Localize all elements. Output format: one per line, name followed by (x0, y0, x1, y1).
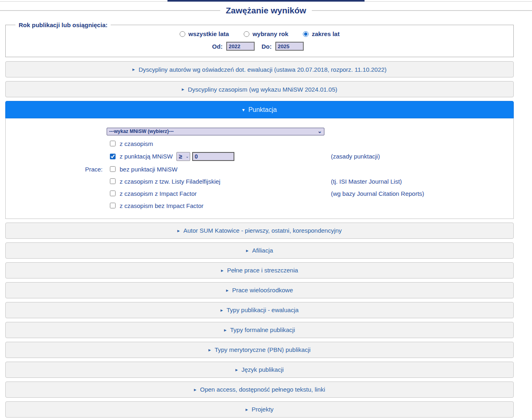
accordion-typy-publikacji-ewaluacja[interactable]: ▸ Typy publikacji - ewaluacja (5, 302, 514, 318)
punktacja-row: Prace: bez punktacji MNiSW (6, 165, 513, 173)
punktacja-row: z czasopism z Impact Factor (wg bazy Jou… (6, 190, 513, 197)
checkbox-label[interactable]: z punktacją MNiSW (120, 153, 173, 160)
page-title-row: Zawężanie wyników (0, 6, 532, 15)
punktacja-panel: ---wykaz MNiSW (wybierz)--- ⌄ z czasopis… (5, 118, 514, 219)
triangle-right-icon: ▸ (221, 268, 223, 273)
triangle-right-icon: ▸ (182, 87, 184, 92)
points-operator-select[interactable]: ≥ (176, 152, 190, 161)
checkbox-label[interactable]: z czasopism bez Impact Factor (120, 202, 204, 209)
radio-year-range-label: zakres lat (312, 30, 339, 37)
title-rule-right (312, 10, 532, 11)
triangle-right-icon: ▸ (177, 228, 180, 233)
page-title: Zawężanie wyników (226, 6, 306, 15)
row-content: bez punktacji MNiSW (107, 166, 331, 173)
triangle-right-icon: ▸ (208, 347, 211, 352)
year-to-label: Do: (262, 43, 272, 50)
radio-all-years-label: wszystkie lata (189, 30, 229, 37)
radio-all-years-input[interactable] (180, 31, 185, 37)
accordion-label: Język publikacji (241, 366, 283, 373)
accordion-autor-sum[interactable]: ▸ Autor SUM Katowice - pierwszy, ostatni… (5, 223, 514, 239)
year-filter-legend: Rok publikacji lub osiągnięcia: (15, 21, 111, 28)
checkbox-bez-punktacji-mnisw[interactable] (110, 166, 116, 172)
accordion-label: Afiliacja (252, 247, 273, 254)
triangle-right-icon: ▸ (221, 308, 223, 313)
row-content: z czasopism z Impact Factor (107, 190, 331, 197)
row-note: (tj. ISI Master Journal List) (331, 178, 402, 185)
accordion-label: Dyscypliny czasopism (wg wykazu MNiSW 20… (188, 86, 337, 93)
radio-year-range[interactable]: zakres lat (303, 30, 339, 37)
accordion-projekty[interactable]: ▸ Projekty (5, 401, 514, 418)
radio-selected-year-input[interactable] (244, 31, 249, 37)
checkbox-z-punktacja-mnisw[interactable] (110, 154, 116, 159)
radio-all-years[interactable]: wszystkie lata (180, 30, 229, 37)
year-from-input[interactable] (226, 42, 255, 51)
checkbox-z-czasopism[interactable] (110, 141, 116, 146)
accordion-label: Prace wieloośrodkowe (232, 287, 293, 294)
checkbox-z-impact-factor[interactable] (110, 191, 116, 196)
accordion-punktacja[interactable]: ▾ Punktacja (5, 101, 514, 118)
triangle-right-icon: ▸ (226, 288, 228, 293)
accordion-label: Typy formalne publikacji (230, 326, 295, 333)
accordion-label: Dyscypliny autorów wg oświadczeń dot. ew… (139, 66, 387, 73)
accordion-label: Pełne prace i streszczenia (227, 267, 298, 274)
row-content: z czasopism (107, 140, 331, 147)
accordion-disciplines-journals[interactable]: ▸ Dyscypliny czasopism (wg wykazu MNiSW … (5, 81, 514, 97)
title-rule-left (0, 10, 220, 11)
points-rules-link[interactable]: (zasady punktacji) (331, 153, 380, 160)
checkbox-label[interactable]: bez punktacji MNiSW (120, 166, 178, 173)
accordion-jezyk-publikacji[interactable]: ▸ Język publikacji (5, 362, 514, 378)
accordion-prace-wieloosrodkowe[interactable]: ▸ Prace wieloośrodkowe (5, 282, 514, 298)
accordion-label: Typy merytoryczne (PBN) publikacji (215, 346, 311, 353)
radio-selected-year[interactable]: wybrany rok (244, 30, 288, 37)
accordion-label: Typy publikacji - ewaluacja (227, 306, 299, 313)
checkbox-bez-impact-factor[interactable] (110, 203, 116, 208)
triangle-right-icon: ▸ (246, 248, 249, 253)
prace-label: Prace: (6, 166, 107, 173)
accordion-typy-merytoryczne[interactable]: ▸ Typy merytoryczne (PBN) publikacji (5, 342, 514, 358)
operator-select-wrap: ≥ ⌄ (176, 152, 190, 161)
row-note: (wg bazy Journal Citation Reports) (331, 190, 424, 197)
mnisw-list-select[interactable]: ---wykaz MNiSW (wybierz)--- (107, 128, 324, 135)
accordion-label: Open access, dostępność pełnego tekstu, … (200, 386, 325, 393)
accordion-open-access[interactable]: ▸ Open access, dostępność pełnego tekstu… (5, 381, 514, 398)
mnisw-list-select-wrap: ---wykaz MNiSW (wybierz)--- ⌄ (107, 127, 324, 135)
mnisw-list-select-row: ---wykaz MNiSW (wybierz)--- ⌄ (6, 127, 513, 135)
year-to-input[interactable] (275, 42, 304, 51)
year-range-row: Od: Do: (6, 42, 513, 51)
points-value-input[interactable] (192, 152, 234, 161)
checkbox-label[interactable]: z czasopism z tzw. Listy Filadelfijskiej (120, 178, 220, 185)
accordion-label: Autor SUM Katowice - pierwszy, ostatni, … (183, 227, 342, 234)
accordion-typy-formalne[interactable]: ▸ Typy formalne publikacji (5, 322, 514, 338)
triangle-right-icon: ▸ (224, 328, 226, 332)
accordion-label: Punktacja (248, 106, 277, 114)
row-content: z punktacją MNiSW ≥ ⌄ (107, 152, 331, 161)
triangle-right-icon: ▸ (133, 67, 135, 72)
triangle-right-icon: ▸ (245, 407, 248, 412)
year-from-label: Od: (212, 43, 223, 50)
accordion-disciplines-authors[interactable]: ▸ Dyscypliny autorów wg oświadczeń dot. … (5, 61, 514, 77)
triangle-right-icon: ▸ (194, 387, 196, 392)
punktacja-row: z czasopism bez Impact Factor (6, 202, 513, 210)
triangle-right-icon: ▸ (235, 367, 238, 372)
accordion-label: Projekty (251, 406, 273, 413)
top-divider-accent (167, 0, 365, 2)
top-divider (0, 0, 532, 2)
radio-selected-year-label: wybrany rok (253, 30, 288, 37)
checkbox-lista-filadelfijska[interactable] (110, 178, 116, 184)
checkbox-label[interactable]: z czasopism z Impact Factor (120, 190, 197, 197)
punktacja-row: z czasopism z tzw. Listy Filadelfijskiej… (6, 178, 513, 185)
triangle-down-icon: ▾ (242, 107, 245, 112)
year-mode-radio-group: wszystkie lata wybrany rok zakres lat (6, 30, 513, 37)
year-filter-fieldset: Rok publikacji lub osiągnięcia: wszystki… (5, 21, 514, 57)
radio-year-range-input[interactable] (303, 31, 309, 37)
accordion-afiliacja[interactable]: ▸ Afiliacja (5, 242, 514, 259)
punktacja-row: z punktacją MNiSW ≥ ⌄ (zasady punktacji) (6, 152, 513, 161)
row-content: z czasopism z tzw. Listy Filadelfijskiej (107, 178, 331, 185)
checkbox-label[interactable]: z czasopism (120, 140, 153, 147)
accordion-pelne-prace[interactable]: ▸ Pełne prace i streszczenia (5, 262, 514, 279)
row-content: z czasopism bez Impact Factor (107, 202, 331, 209)
punktacja-row: z czasopism (6, 140, 513, 148)
